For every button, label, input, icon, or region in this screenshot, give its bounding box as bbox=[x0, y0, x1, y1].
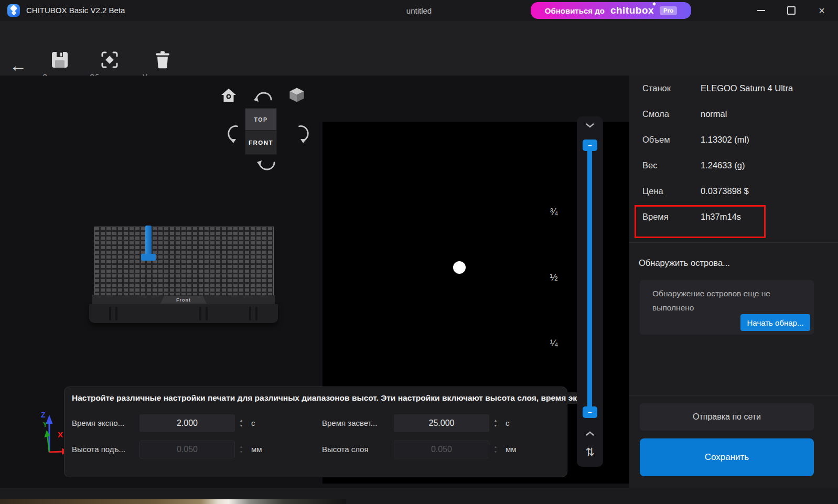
build-plate-bezel: Front bbox=[92, 295, 275, 304]
app-window: CHITUBOX Basic V2.2 Beta untitled Обнови… bbox=[0, 0, 838, 504]
exposure-time-unit: с bbox=[251, 414, 255, 432]
time-highlight-annotation bbox=[635, 205, 766, 238]
chevron-down-icon bbox=[585, 123, 595, 128]
view-cube-front-face[interactable]: FRONT bbox=[245, 131, 277, 155]
rotate-right-arrow-icon bbox=[295, 121, 314, 144]
stat-row-weight: Вес 1.24633 (g) bbox=[642, 160, 745, 173]
detect-islands-section-title: Обнаружить острова... bbox=[639, 258, 730, 268]
bottom-exposure-spinner: ▲ ▼ bbox=[490, 414, 501, 432]
network-send-button[interactable]: Отправка по сети bbox=[640, 403, 814, 431]
bottom-exposure-label: Время засвет... bbox=[322, 414, 377, 432]
layer-height-spinner: ▲ ▼ bbox=[490, 441, 501, 458]
stat-row-resin: Смола normal bbox=[642, 109, 727, 122]
slider-step-up-button[interactable] bbox=[585, 429, 595, 438]
chevron-up-icon bbox=[585, 431, 595, 436]
upgrade-prefix-label: Обновиться до bbox=[545, 6, 605, 15]
close-icon: × bbox=[819, 5, 825, 17]
base-slot bbox=[199, 307, 201, 320]
minimize-button[interactable] bbox=[746, 0, 776, 21]
printer-base bbox=[89, 304, 278, 323]
home-view-button[interactable] bbox=[220, 87, 237, 106]
divider bbox=[629, 242, 838, 243]
panel-collapse-chevron-icon[interactable]: › bbox=[547, 393, 550, 405]
pro-badge: Pro bbox=[660, 6, 677, 15]
lift-height-input bbox=[139, 441, 235, 458]
rotate-down-arrow-icon bbox=[256, 159, 277, 173]
lift-height-spinner: ▲ ▼ bbox=[236, 441, 246, 458]
window-controls: × bbox=[746, 0, 837, 21]
spinner-up-icon: ▲ bbox=[240, 445, 243, 448]
close-button[interactable]: × bbox=[807, 0, 837, 21]
back-button[interactable]: ← bbox=[9, 57, 27, 74]
build-plate-grid bbox=[94, 227, 274, 296]
detect-islands-icon bbox=[100, 50, 119, 69]
stat-row-machine: Станок ELEGOO Saturn 4 Ultra bbox=[642, 83, 793, 96]
main-toolbar: ← Сохранить Обнаружитьострова... bbox=[0, 21, 838, 76]
base-slot bbox=[115, 307, 117, 320]
start-detection-button[interactable]: Начать обнар... bbox=[740, 314, 810, 331]
maximize-icon bbox=[787, 6, 796, 15]
exposure-time-input[interactable] bbox=[139, 414, 235, 432]
exposure-time-label: Время экспо... bbox=[72, 414, 124, 432]
print-settings-panel: › Настройте различные настройки печати д… bbox=[64, 387, 567, 477]
base-slot bbox=[109, 307, 111, 320]
settings-panel-heading: Настройте различные настройки печати для… bbox=[72, 392, 588, 404]
cube-icon bbox=[288, 86, 306, 104]
trash-icon bbox=[154, 50, 171, 69]
layer-height-input bbox=[394, 441, 489, 458]
spinner-down-icon: ▼ bbox=[494, 451, 498, 454]
stat-row-volume: Объем 1.13302 (ml) bbox=[642, 135, 749, 147]
model-pillar-base[interactable] bbox=[141, 254, 156, 261]
spinner-up-icon[interactable]: ▲ bbox=[240, 419, 243, 422]
view-cube[interactable]: TOP FRONT bbox=[245, 108, 277, 155]
title-bar: CHITUBOX Basic V2.2 Beta untitled Обнови… bbox=[0, 0, 838, 21]
rotate-right-button[interactable] bbox=[293, 121, 314, 145]
layer-height-unit: мм bbox=[506, 441, 517, 458]
lift-height-label: Высота подъ... bbox=[72, 441, 125, 458]
layer-height-label: Высота слоя bbox=[322, 441, 369, 458]
divider bbox=[629, 395, 838, 395]
home-icon bbox=[220, 87, 237, 104]
exposure-time-spinner: ▲ ▼ bbox=[236, 414, 246, 432]
spinner-up-icon[interactable]: ▲ bbox=[494, 419, 498, 422]
layer-range-slider: – – ⇅ bbox=[577, 116, 603, 467]
save-floppy-icon bbox=[50, 50, 69, 69]
desktop-background-sliver bbox=[0, 499, 346, 504]
height-fraction-1-2: ½ bbox=[545, 272, 562, 283]
axis-x-label: X bbox=[58, 430, 63, 439]
axis-y-label: Y bbox=[43, 421, 47, 428]
view-cube-top-face[interactable]: TOP bbox=[245, 108, 277, 131]
minus-icon: – bbox=[588, 143, 592, 148]
document-title: untitled bbox=[0, 6, 838, 15]
right-sidebar: Станок ELEGOO Saturn 4 Ultra Смола norma… bbox=[629, 76, 838, 488]
rotate-left-button[interactable] bbox=[222, 121, 243, 145]
base-slot bbox=[206, 307, 208, 320]
spinner-down-icon[interactable]: ▼ bbox=[240, 424, 243, 427]
slider-step-down-button[interactable] bbox=[585, 121, 595, 130]
rotate-up-button[interactable] bbox=[253, 89, 274, 105]
layer-range-mode-button[interactable]: ⇅ bbox=[577, 446, 603, 458]
spinner-down-icon[interactable]: ▼ bbox=[494, 424, 498, 427]
window-bottom-strip bbox=[0, 488, 838, 504]
upgrade-to-pro-button[interactable]: Обновиться до chitubox Pro bbox=[531, 2, 691, 19]
maximize-button[interactable] bbox=[776, 0, 807, 21]
save-sliced-file-button[interactable]: Сохранить bbox=[640, 438, 814, 476]
base-slot bbox=[249, 307, 251, 320]
bottom-exposure-input[interactable] bbox=[394, 414, 489, 432]
minus-icon: – bbox=[588, 410, 592, 415]
isometric-view-button[interactable] bbox=[288, 86, 306, 106]
bottom-exposure-unit: с bbox=[506, 414, 510, 432]
rotate-down-button[interactable] bbox=[256, 157, 277, 173]
slider-bottom-handle[interactable]: – bbox=[583, 406, 597, 418]
islands-status-card: Обнаружение островов еще не выполнено На… bbox=[640, 280, 814, 335]
lift-height-unit: мм bbox=[251, 441, 262, 458]
rotate-up-arrow-icon bbox=[253, 89, 274, 103]
height-fraction-3-4: ¾ bbox=[545, 207, 562, 218]
islands-status-text: Обнаружение островов еще не выполнено bbox=[652, 286, 770, 315]
rotate-left-arrow-icon bbox=[222, 121, 241, 144]
spinner-down-icon: ▼ bbox=[240, 451, 243, 454]
stat-row-price: Цена 0.0373898 $ bbox=[642, 186, 749, 199]
slider-track[interactable] bbox=[587, 148, 592, 413]
base-slot bbox=[255, 307, 257, 320]
model-pillar[interactable] bbox=[145, 226, 152, 258]
